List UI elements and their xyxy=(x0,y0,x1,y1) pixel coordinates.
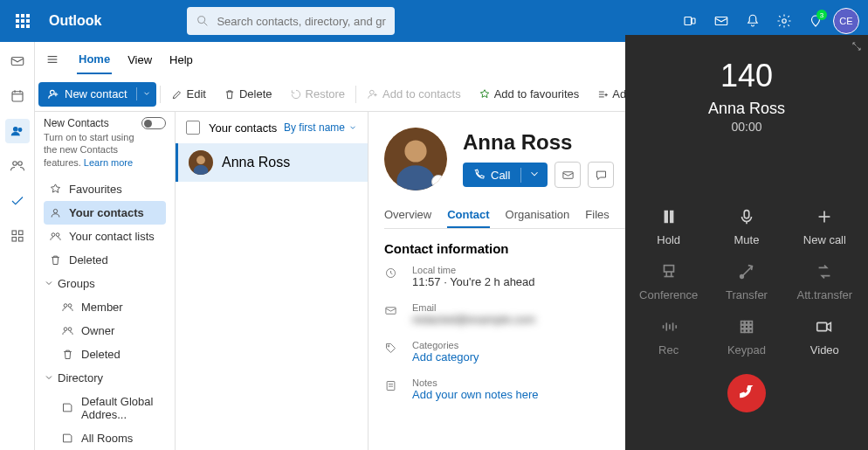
search-box[interactable] xyxy=(187,7,395,35)
edit-label: Edit xyxy=(187,87,206,100)
video-label: Video xyxy=(810,343,839,357)
svg-rect-2 xyxy=(685,17,692,25)
sort-filter-button[interactable]: By first name xyxy=(284,121,357,134)
svg-rect-79 xyxy=(741,322,745,325)
hold-button[interactable]: Hold xyxy=(632,204,705,250)
sort-filter-label: By first name xyxy=(284,121,345,134)
notifications-icon[interactable] xyxy=(739,7,767,35)
rec-button[interactable]: Rec xyxy=(632,314,705,360)
expand-call-icon[interactable] xyxy=(851,40,863,56)
svg-line-1 xyxy=(204,23,207,25)
nav-your-contact-lists[interactable]: Your contact lists xyxy=(44,225,166,248)
rail-calendar-icon[interactable] xyxy=(5,84,30,108)
rail-mail-icon[interactable] xyxy=(5,49,30,73)
start-chat-button[interactable] xyxy=(588,162,614,188)
email-label: Email xyxy=(412,302,535,313)
svg-point-25 xyxy=(370,90,375,94)
tag-icon xyxy=(384,342,400,357)
settings-icon[interactable] xyxy=(770,7,798,35)
att-transfer-button[interactable]: Att.transfer xyxy=(789,259,861,305)
svg-rect-3 xyxy=(692,18,695,24)
hamburger-icon[interactable] xyxy=(42,52,63,66)
tab-overview[interactable]: Overview xyxy=(384,203,431,228)
add-category-link[interactable]: Add category xyxy=(412,350,479,363)
list-item[interactable]: Anna Ross xyxy=(176,143,368,182)
add-notes-link[interactable]: Add your own notes here xyxy=(412,388,539,401)
call-chevron-icon[interactable] xyxy=(520,168,548,183)
new-contact-chevron-icon[interactable] xyxy=(136,87,156,100)
add-to-favourites-button[interactable]: Add to favourites xyxy=(472,82,587,107)
call-panel: 140 Anna Ross 00:00 Hold Mute New call C… xyxy=(625,35,868,450)
new-contact-button[interactable]: New contact xyxy=(38,82,156,107)
meet-now-icon[interactable]: 3 xyxy=(802,7,830,35)
svg-point-45 xyxy=(68,328,72,331)
nav-group-owner[interactable]: Owner xyxy=(56,319,166,343)
local-time-label: Local time xyxy=(412,265,535,275)
nav-directory-header[interactable]: Directory xyxy=(44,366,166,390)
new-contact-label: New contact xyxy=(65,87,127,100)
tab-home[interactable]: Home xyxy=(77,45,112,74)
nav-all-rooms[interactable]: All Rooms xyxy=(56,426,166,450)
nav-default-gal[interactable]: Default Global Addres... xyxy=(56,390,166,426)
svg-point-12 xyxy=(18,128,22,132)
att-transfer-label: Att.transfer xyxy=(797,288,853,301)
svg-point-50 xyxy=(404,140,426,162)
app-launcher-icon[interactable] xyxy=(9,7,37,35)
rail-more-apps-icon[interactable] xyxy=(5,224,30,248)
nav-favourites[interactable]: Favourites xyxy=(44,177,166,201)
rail-people-icon[interactable] xyxy=(5,119,30,143)
banner-learn-more-link[interactable]: Learn more xyxy=(84,157,133,168)
delete-button[interactable]: Delete xyxy=(217,82,279,107)
tab-files[interactable]: Files xyxy=(585,203,609,228)
call-contact-name: Anna Ross xyxy=(708,100,785,118)
rail-todo-icon[interactable] xyxy=(5,189,30,213)
nav-groups-header[interactable]: Groups xyxy=(44,272,166,295)
svg-point-73 xyxy=(741,275,744,279)
nav-group-deleted[interactable]: Deleted xyxy=(56,343,166,366)
svg-point-44 xyxy=(64,328,67,331)
send-email-button[interactable] xyxy=(555,162,581,188)
svg-rect-83 xyxy=(745,325,748,329)
email-icon xyxy=(384,304,400,320)
search-input[interactable] xyxy=(217,15,386,28)
conference-label: Conference xyxy=(639,288,698,301)
svg-rect-80 xyxy=(745,322,748,325)
local-time-value: 11:57 · You're 2 h ahead xyxy=(412,275,535,288)
new-contacts-toggle[interactable] xyxy=(141,117,166,129)
conference-button[interactable]: Conference xyxy=(632,259,705,305)
nav-group-member[interactable]: Member xyxy=(56,295,166,319)
nav-deleted[interactable]: Deleted xyxy=(44,248,166,272)
nav-your-contacts[interactable]: Your contacts xyxy=(44,201,166,225)
svg-point-41 xyxy=(56,233,59,237)
account-avatar[interactable]: CE xyxy=(833,8,859,34)
call-number: 140 xyxy=(720,58,773,94)
edit-button[interactable]: Edit xyxy=(164,82,213,107)
add-to-contacts-button: Add to contacts xyxy=(360,82,468,107)
mute-label: Mute xyxy=(734,233,760,246)
mute-button[interactable]: Mute xyxy=(710,204,782,250)
teams-icon[interactable] xyxy=(676,7,704,35)
transfer-button[interactable]: Transfer xyxy=(710,259,782,305)
svg-rect-69 xyxy=(664,266,673,272)
video-button[interactable]: Video xyxy=(789,314,861,360)
hangup-button[interactable] xyxy=(727,374,766,412)
svg-rect-6 xyxy=(11,58,24,66)
call-button[interactable]: Call xyxy=(463,163,548,187)
nav-groups-label: Groups xyxy=(58,277,95,290)
mail-alert-icon[interactable] xyxy=(707,7,735,35)
keypad-button[interactable]: Keypad xyxy=(710,314,782,360)
email-value[interactable]: redacted@example.com xyxy=(412,313,535,326)
svg-rect-65 xyxy=(670,211,672,223)
nav-all-rooms-label: All Rooms xyxy=(81,432,133,445)
rail-groups-icon[interactable] xyxy=(5,154,30,178)
tab-organisation[interactable]: Organisation xyxy=(506,203,570,228)
tab-contact[interactable]: Contact xyxy=(447,203,489,228)
delete-label: Delete xyxy=(239,87,272,100)
new-call-button[interactable]: New call xyxy=(789,204,861,250)
tab-help[interactable]: Help xyxy=(168,46,195,73)
svg-point-40 xyxy=(52,233,55,237)
select-all-checkbox[interactable] xyxy=(186,121,200,135)
tab-view[interactable]: View xyxy=(126,46,154,73)
note-icon xyxy=(384,379,400,395)
svg-point-5 xyxy=(782,19,787,24)
